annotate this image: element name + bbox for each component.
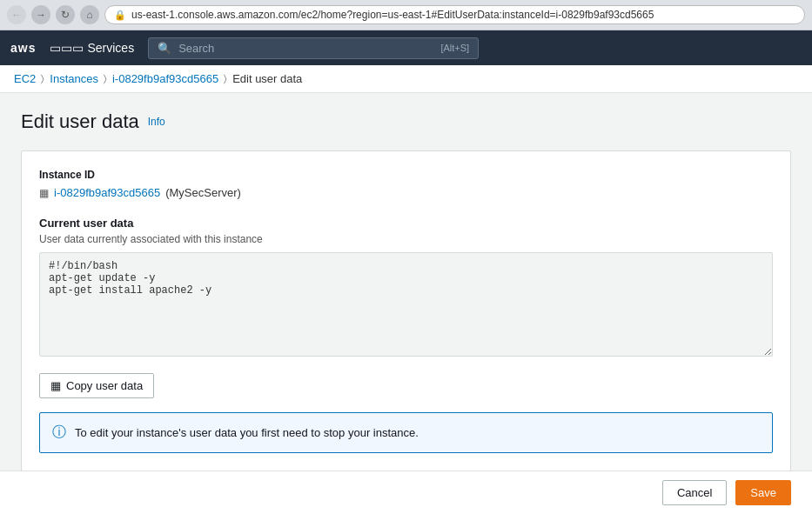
refresh-button[interactable]: ↻ [56,5,75,24]
services-label: Services [87,41,134,55]
grid-icon: ▭▭▭ [50,41,84,55]
breadcrumb-instances[interactable]: Instances [50,72,98,85]
back-button[interactable]: ← [7,5,26,24]
instance-id-link[interactable]: i-0829fb9af93cd5665 [54,186,160,199]
breadcrumb-current: Edit user data [232,72,302,85]
copy-icon: ▦ [50,379,61,392]
page-content: Edit user data Info Instance ID ▦ i-0829… [0,93,812,489]
copy-btn-label: Copy user data [66,379,143,392]
aws-logo: aws [10,41,36,55]
page-title: Edit user data [21,110,139,133]
current-data-desc: User data currently associated with this… [39,233,773,245]
breadcrumb: EC2 〉 Instances 〉 i-0829fb9af93cd5665 〉 … [0,65,812,93]
instance-id-row: ▦ i-0829fb9af93cd5665 (MySecServer) [39,186,773,199]
instance-name: (MySecServer) [165,186,241,199]
alert-text: To edit your instance's user data you fi… [75,426,419,439]
save-button[interactable]: Save [735,480,791,505]
main-card: Instance ID ▦ i-0829fb9af93cd5665 (MySec… [21,150,791,471]
lock-icon: 🔒 [114,10,126,21]
search-shortcut: [Alt+S] [440,43,469,53]
breadcrumb-sep-2: 〉 [104,73,107,84]
search-icon: 🔍 [158,42,171,55]
page-title-row: Edit user data Info [21,110,791,133]
search-input[interactable] [178,42,433,55]
copy-user-data-button[interactable]: ▦ Copy user data [39,373,154,398]
url-text: us-east-1.console.aws.amazon.com/ec2/hom… [131,9,795,21]
home-button[interactable]: ⌂ [80,5,99,24]
aws-logo-text: aws [10,41,36,55]
copy-id-icon: ▦ [39,187,49,199]
breadcrumb-sep-3: 〉 [224,73,227,84]
breadcrumb-ec2[interactable]: EC2 [14,72,36,85]
current-data-label: Current user data [39,217,773,230]
instance-id-label: Instance ID [39,169,773,181]
search-bar[interactable]: 🔍 [Alt+S] [148,37,479,59]
breadcrumb-sep-1: 〉 [41,73,44,84]
info-link[interactable]: Info [148,116,165,128]
services-button[interactable]: ▭▭▭ Services [50,41,134,55]
breadcrumb-instance-id[interactable]: i-0829fb9af93cd5665 [112,72,218,85]
aws-navbar: aws ▭▭▭ Services 🔍 [Alt+S] [0,30,812,65]
user-data-textarea[interactable] [39,252,773,357]
browser-nav: ← → ↻ ⌂ 🔒 us-east-1.console.aws.amazon.c… [7,5,805,24]
browser-chrome: ← → ↻ ⌂ 🔒 us-east-1.console.aws.amazon.c… [0,0,812,30]
address-bar: 🔒 us-east-1.console.aws.amazon.com/ec2/h… [104,5,805,24]
info-circle-icon: ⓘ [52,424,66,442]
footer-bar: Cancel Save [0,471,812,514]
cancel-button[interactable]: Cancel [662,480,727,505]
info-alert: ⓘ To edit your instance's user data you … [39,412,773,453]
forward-button[interactable]: → [31,5,50,24]
